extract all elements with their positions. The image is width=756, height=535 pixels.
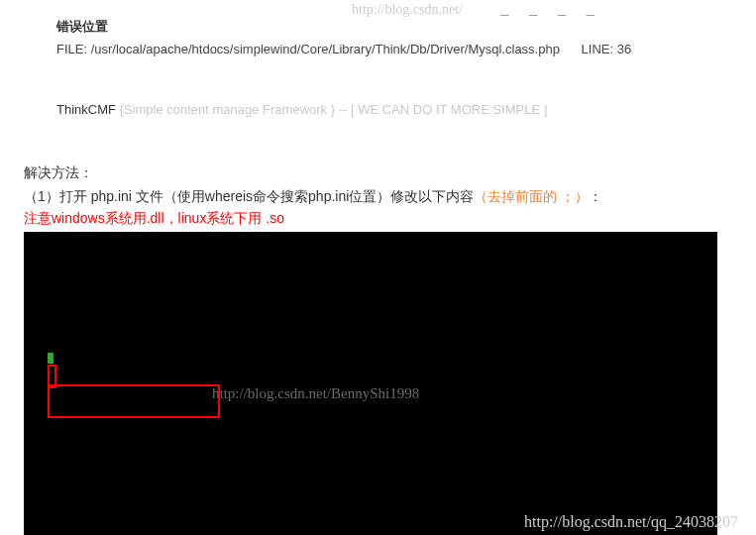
cmf-slogan: {Simple content manage Framework } -- [ … — [116, 102, 547, 117]
cmf-name: ThinkCMF — [56, 102, 116, 117]
error-line: LINE: 36 — [582, 42, 632, 56]
solution-title: 解决方法： — [24, 164, 732, 182]
top-watermark: http://blog.csdn.net/ — [352, 2, 463, 18]
top-dashes: — — — — — [500, 6, 600, 22]
thinkcmf-line: ThinkCMF {Simple content manage Framewor… — [56, 102, 732, 117]
step-note: （去掉前面的 ；） — [474, 188, 589, 204]
bottom-watermark: http://blog.csdn.net/qq_24038207 — [524, 513, 738, 531]
code-watermark: http://blog.csdn.net/BennyShi1998 — [212, 382, 419, 405]
solution-step-1: （1）打开 php.ini 文件（使用whereis命令搜索php.ini位置）… — [24, 188, 732, 206]
warning-text: 注意windows系统用.dll，linux系统下用 .so — [24, 210, 732, 228]
highlight-box — [48, 384, 220, 418]
error-file-path: FILE: /usr/local/apache/htdocs/simplewin… — [56, 42, 560, 56]
page-container: 错误位置 FILE: /usr/local/apache/htdocs/simp… — [0, 18, 756, 535]
error-file-row: FILE: /usr/local/apache/htdocs/simplewin… — [56, 42, 732, 56]
step-colon: ： — [589, 188, 602, 204]
code-block: http://blog.csdn.net/BennyShi1998 ; If y… — [24, 232, 717, 535]
cursor-icon — [48, 353, 54, 364]
step-text: （1）打开 php.ini 文件（使用whereis命令搜索php.ini位置）… — [24, 188, 474, 204]
error-title: 错误位置 — [56, 18, 732, 36]
highlight-tick — [48, 365, 56, 388]
